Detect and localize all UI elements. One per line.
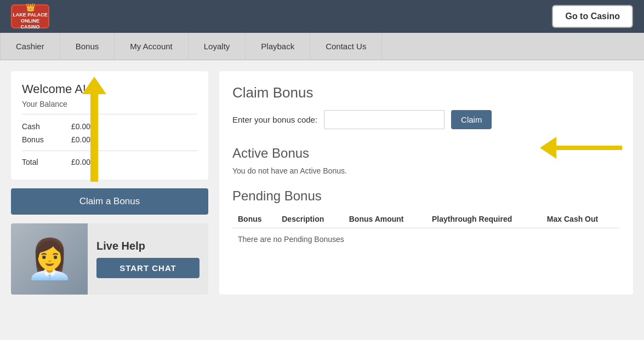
bonus-code-row: Enter your bonus code: Claim <box>232 110 620 129</box>
live-help-content: Live Help START CHAT <box>88 234 208 284</box>
bonus-label: Bonus <box>22 135 55 144</box>
main-nav: Cashier Bonus My Account Loyalty Playbac… <box>0 33 644 60</box>
no-pending-text: There are no Pending Bonuses <box>232 228 620 251</box>
nav-item-loyalty[interactable]: Loyalty <box>189 33 246 60</box>
cash-value: £0.00 <box>71 122 90 131</box>
right-arrow-head <box>540 137 556 159</box>
col-header-bonus: Bonus <box>232 210 276 228</box>
pending-bonus-title: Pending Bonus <box>232 188 620 204</box>
nav-item-my-account[interactable]: My Account <box>115 33 189 60</box>
balance-divider <box>22 151 197 151</box>
start-chat-button[interactable]: START CHAT <box>96 258 200 278</box>
right-arrow-annotation <box>540 137 622 159</box>
support-agent-icon: 👩‍💼 <box>26 237 73 281</box>
nav-item-bonus[interactable]: Bonus <box>60 33 115 60</box>
logo-area: 👑 LAKE PALACE ONLINE CASINO <box>11 4 49 28</box>
claim-a-bonus-button[interactable]: Claim a Bonus <box>11 188 208 215</box>
live-help-title: Live Help <box>96 240 200 252</box>
claim-button[interactable]: Claim <box>451 110 492 129</box>
right-arrow <box>540 137 622 159</box>
balance-total-row: Total £0.00 <box>22 155 197 169</box>
nav-item-contact-us[interactable]: Contact Us <box>310 33 382 60</box>
left-panel: Welcome A! Your Balance Cash £0.00 Bonus… <box>11 71 208 295</box>
bonus-code-label: Enter your bonus code: <box>232 115 317 124</box>
col-header-max-cash-out: Max Cash Out <box>542 210 620 228</box>
balance-cash-row: Cash £0.00 <box>22 120 197 133</box>
cash-label: Cash <box>22 122 55 131</box>
balance-bonus-row: Bonus £0.00 <box>22 133 197 146</box>
bonus-value: £0.00 <box>71 135 90 144</box>
live-help-image: 👩‍💼 <box>11 223 88 295</box>
bonus-code-input[interactable] <box>324 110 444 129</box>
total-label: Total <box>22 158 55 166</box>
header: 👑 LAKE PALACE ONLINE CASINO Go to Casino <box>0 0 644 33</box>
total-value: £0.00 <box>71 158 90 166</box>
right-arrow-shaft <box>556 146 622 150</box>
pending-bonus-table: Bonus Description Bonus Amount Playthrou… <box>232 210 620 250</box>
logo-text-line1: LAKE PALACE <box>13 12 47 18</box>
welcome-card: Welcome A! Your Balance Cash £0.00 Bonus… <box>11 71 208 180</box>
main-content: Welcome A! Your Balance Cash £0.00 Bonus… <box>0 60 644 306</box>
logo-crown: 👑 <box>26 3 35 12</box>
no-pending-row: There are no Pending Bonuses <box>232 228 620 251</box>
col-header-playthrough: Playthrough Required <box>426 210 542 228</box>
logo-text-line2: ONLINE CASINO <box>12 18 48 30</box>
no-active-bonus-text: You do not have an Active Bonus. <box>232 166 620 175</box>
go-to-casino-button[interactable]: Go to Casino <box>552 5 633 28</box>
welcome-title: Welcome A! <box>22 82 197 96</box>
nav-item-cashier[interactable]: Cashier <box>0 33 60 60</box>
balance-heading: Your Balance <box>22 100 197 114</box>
nav-item-playback[interactable]: Playback <box>246 33 310 60</box>
right-panel: Claim Bonus Enter your bonus code: Claim… <box>219 71 633 295</box>
col-header-description: Description <box>276 210 343 228</box>
col-header-bonus-amount: Bonus Amount <box>344 210 426 228</box>
logo: 👑 LAKE PALACE ONLINE CASINO <box>11 4 49 28</box>
live-help-card: 👩‍💼 Live Help START CHAT <box>11 223 208 295</box>
claim-bonus-title: Claim Bonus <box>232 84 620 101</box>
